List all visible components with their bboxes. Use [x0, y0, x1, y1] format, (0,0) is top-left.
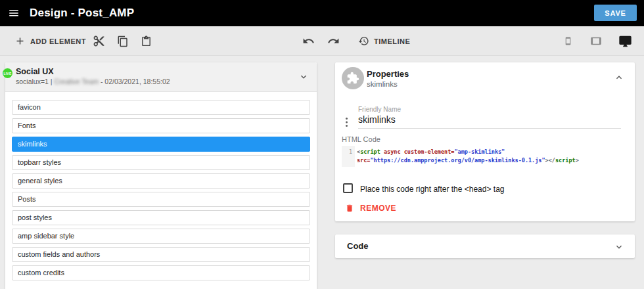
redo-button[interactable] — [327, 26, 340, 56]
list-item[interactable]: custom credits — [12, 265, 310, 280]
preview-desktop-button[interactable] — [618, 26, 633, 56]
plus-icon — [14, 35, 26, 47]
code-content: <script async custom-element="amp-skimli… — [355, 146, 579, 167]
chevron-up-icon[interactable] — [614, 72, 624, 85]
code-section-title: Code — [347, 241, 369, 251]
save-button[interactable]: SAVE — [594, 5, 637, 21]
list-item[interactable]: Posts — [12, 192, 310, 207]
history-icon — [358, 35, 369, 47]
page-title: Design - Post_AMP — [30, 0, 134, 26]
copy-icon — [117, 35, 129, 47]
chevron-down-icon[interactable] — [298, 72, 309, 85]
properties-title: Properties — [367, 69, 409, 79]
copy-button[interactable] — [117, 26, 129, 56]
toolbar: ADD ELEMENT TIMELINE — [0, 26, 644, 56]
scissors-icon — [93, 35, 105, 47]
redo-icon — [327, 35, 340, 47]
hamburger-menu-icon[interactable] — [7, 7, 20, 19]
list-item[interactable]: custom fields and authors — [12, 247, 310, 262]
list-item[interactable]: Fonts — [12, 118, 310, 133]
html-code-label: HTML Code — [342, 135, 380, 143]
topbar: Design - Post_AMP SAVE — [0, 0, 644, 26]
undo-button[interactable] — [302, 26, 315, 56]
paste-button[interactable] — [141, 26, 152, 56]
puzzle-avatar — [342, 67, 364, 89]
puzzle-icon — [346, 72, 359, 85]
element-list: favicon Fonts skimlinks topbarr styles g… — [5, 92, 317, 289]
properties-subtitle: skimlinks — [367, 80, 398, 88]
timeline-button[interactable]: TIMELINE — [358, 26, 410, 56]
code-section[interactable]: Code — [335, 234, 635, 258]
properties-panel: Properties skimlinks Friendly Name skiml… — [335, 62, 635, 221]
list-item[interactable]: favicon — [12, 100, 310, 115]
add-element-button[interactable]: ADD ELEMENT — [14, 26, 86, 56]
remove-label: REMOVE — [360, 204, 396, 213]
trash-icon — [345, 203, 354, 213]
timeline-label: TIMELINE — [374, 37, 410, 45]
list-item[interactable]: general styles — [12, 173, 310, 189]
app-window: Design - Post_AMP SAVE ADD ELEMENT TIMEL… — [0, 0, 644, 289]
live-badge: LIVE — [3, 68, 12, 78]
friendly-name-input[interactable]: skimlinks — [358, 114, 621, 129]
preview-tablet-button[interactable] — [589, 26, 603, 56]
head-placement-checkbox-label: Place this code right after the <head> t… — [360, 185, 504, 194]
list-item-selected[interactable]: skimlinks — [12, 137, 310, 152]
list-item[interactable]: topbarr styles — [12, 155, 310, 170]
drag-handle-dots-icon[interactable] — [345, 117, 348, 130]
list-item[interactable]: post styles — [12, 210, 310, 225]
elements-panel: LIVE Social UX socialux=1 | Creative Tea… — [5, 62, 317, 289]
remove-button[interactable]: REMOVE — [345, 203, 396, 213]
chevron-down-icon[interactable] — [614, 242, 624, 255]
clipboard-icon — [141, 35, 152, 47]
desktop-icon — [618, 35, 633, 48]
design-subtitle-timestamp: - 02/03/2021, 18:55:02 — [101, 78, 170, 85]
design-subtitle: socialux=1 | Creative Team - 02/03/2021,… — [16, 78, 170, 85]
undo-icon — [302, 35, 315, 47]
design-title: Social UX — [16, 67, 54, 76]
design-subtitle-id: socialux=1 | — [16, 78, 53, 85]
html-code-editor[interactable]: 1 <script async custom-element="amp-skim… — [342, 146, 628, 167]
preview-phone-button[interactable] — [564, 26, 572, 56]
code-line-number: 1 — [342, 146, 355, 167]
smartphone-icon — [564, 34, 572, 48]
list-item[interactable]: amp sidebar style — [12, 229, 310, 244]
design-subtitle-author-redacted: Creative Team — [54, 78, 99, 85]
add-element-label: ADD ELEMENT — [30, 37, 86, 45]
cut-button[interactable] — [93, 26, 105, 56]
elements-panel-header[interactable]: LIVE Social UX socialux=1 | Creative Tea… — [5, 62, 317, 92]
head-placement-checkbox[interactable] — [343, 183, 353, 193]
tablet-icon — [589, 35, 603, 47]
friendly-name-label: Friendly Name — [358, 106, 401, 113]
